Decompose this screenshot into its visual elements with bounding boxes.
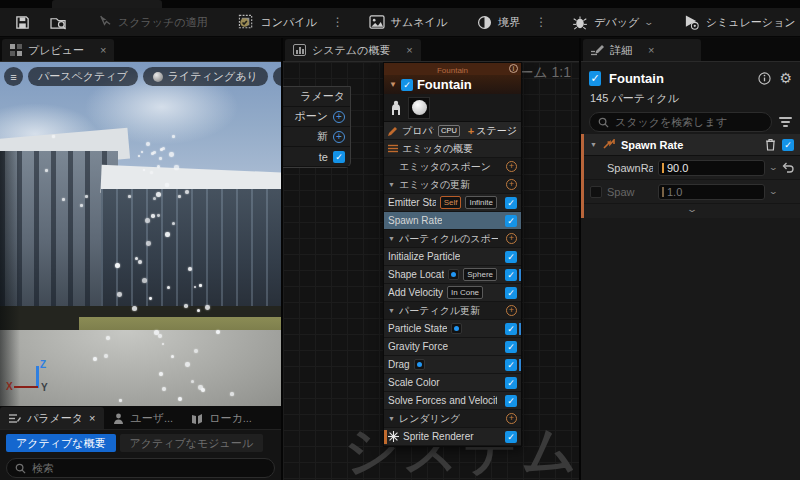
module-enabled-checkbox[interactable]: ✓ (505, 431, 517, 443)
scale-enabled-checkbox[interactable] (590, 186, 602, 198)
filter-icon[interactable] (779, 117, 792, 127)
system-node-row[interactable]: 新+ (283, 127, 350, 147)
chevron-down-icon[interactable]: ⌄ (769, 187, 779, 196)
add-module-icon[interactable]: + (506, 161, 517, 172)
scale-value-input[interactable]: 1.0 (658, 184, 765, 200)
save-button[interactable] (6, 10, 39, 34)
module-enabled-checkbox[interactable]: ✓ (505, 215, 517, 227)
lit-mode-button[interactable]: ライティングあり (143, 67, 268, 86)
thumbnail-button[interactable]: サムネイル (360, 10, 456, 34)
module-enabled-checkbox[interactable]: ✓ (505, 287, 517, 299)
details-enabled-checkbox[interactable]: ✓ (589, 71, 601, 86)
overview-graph[interactable]: ズーム 1:1 システム ラメータポーン+新+te✓ Fountain i ▼ … (283, 62, 579, 480)
module-row[interactable]: Spawn Rate✓ (384, 212, 521, 230)
emitter-node-title-row[interactable]: ▼ ✓ Fountain (384, 75, 521, 94)
stack-properties-row[interactable]: プロパティCPU+ステージ (384, 122, 521, 140)
active-overview-button[interactable]: アクティブな概要 (6, 434, 116, 452)
fountain-emitter-node[interactable]: Fountain i ▼ ✓ Fountain プロパティCPU+ステージエミッ… (383, 62, 522, 447)
tab-user[interactable]: ユーザ... (104, 407, 182, 429)
collapse-triangle-icon[interactable]: ▼ (388, 307, 395, 314)
window-tab[interactable] (52, 0, 162, 8)
section-expander[interactable]: ⌄ (519, 204, 800, 218)
particle-dot (104, 354, 108, 358)
tab-local[interactable]: ローカ... (182, 407, 261, 429)
module-enabled-checkbox[interactable]: ✓ (505, 341, 517, 353)
spawn-rate-enabled-checkbox[interactable]: ✓ (782, 139, 794, 151)
module-row[interactable]: Emitter StateSelfInfinite✓ (384, 194, 521, 212)
add-module-icon[interactable]: + (506, 233, 517, 244)
apply-scratch-button[interactable]: スクラッチの適用 (88, 10, 217, 34)
active-modules-button[interactable]: アクティブなモジュール (120, 434, 264, 452)
system-node-row[interactable]: te✓ (283, 147, 350, 167)
info-icon[interactable] (758, 72, 771, 85)
emitter-enabled-checkbox[interactable]: ✓ (401, 79, 413, 91)
system-node[interactable]: ラメータポーン+新+te✓ (283, 86, 351, 168)
input-caret (662, 163, 664, 173)
compile-button[interactable]: コンパイル (229, 10, 326, 34)
close-icon[interactable]: × (100, 44, 106, 56)
add-module-icon[interactable]: + (506, 305, 517, 316)
module-enabled-checkbox[interactable]: ✓ (505, 269, 517, 281)
system-node-row[interactable]: ラメータ (283, 87, 350, 107)
stack-group-row[interactable]: エミッタのスポーン+ (384, 158, 521, 176)
module-row[interactable]: Solve Forces and Velocity✓ (384, 392, 521, 410)
preview-viewport[interactable]: ≡ パースペクティブ ライティングあり 表示 Z Y X (0, 62, 281, 406)
collapse-triangle-icon[interactable]: ▼ (389, 80, 397, 89)
trash-icon[interactable] (765, 138, 776, 151)
module-enabled-checkbox[interactable]: ✓ (505, 323, 517, 335)
bounds-options-button[interactable]: ⋮ (531, 15, 551, 29)
module-row[interactable]: Add VelocityIn Cone✓ (384, 284, 521, 302)
perspective-button[interactable]: パースペクティブ (28, 67, 138, 86)
spawn-rate-header[interactable]: ▼ Spawn Rate ✓ (584, 134, 800, 156)
add-module-icon[interactable]: + (506, 179, 517, 190)
reset-icon[interactable] (782, 162, 794, 173)
stack-group-row[interactable]: ▼エミッタの更新+ (384, 176, 521, 194)
bounds-button[interactable]: 境界 (468, 10, 529, 34)
browse-asset-button[interactable] (41, 10, 76, 34)
simulation-button[interactable]: シミュレーション ⌄ (674, 10, 800, 34)
collapse-triangle-icon[interactable]: ▼ (388, 181, 395, 188)
renderer-row[interactable]: Sprite Renderer✓ (384, 428, 521, 446)
stack-search-input[interactable]: スタックを検索します (589, 112, 772, 132)
module-row[interactable]: Gravity Force✓ (384, 338, 521, 356)
close-icon[interactable]: × (406, 44, 412, 56)
show-button[interactable]: 表示 (273, 67, 281, 86)
checkbox[interactable]: ✓ (333, 151, 345, 163)
stack-group-row[interactable]: ▼パーティクル更新+ (384, 302, 521, 320)
debug-button[interactable]: デバッグ ⌄ (563, 10, 662, 34)
parameters-search-input[interactable]: 検索 (6, 458, 275, 478)
spawnrate-value-input[interactable]: 90.0 (658, 160, 765, 176)
module-enabled-checkbox[interactable]: ✓ (505, 359, 517, 371)
tab-parameters[interactable]: パラメータ × (0, 407, 104, 429)
system-node-row[interactable]: ポーン+ (283, 107, 350, 127)
module-row[interactable]: Initialize Particle✓ (384, 248, 521, 266)
close-icon[interactable]: × (89, 412, 95, 424)
module-enabled-checkbox[interactable]: ✓ (505, 197, 517, 209)
module-enabled-checkbox[interactable]: ✓ (505, 395, 517, 407)
add-stage-button[interactable]: +ステージ (468, 124, 517, 138)
module-enabled-checkbox[interactable]: ✓ (505, 251, 517, 263)
module-row[interactable]: Drag✓ (384, 356, 521, 374)
compile-options-button[interactable]: ⋮ (328, 15, 348, 29)
collapse-triangle-icon[interactable]: ▼ (388, 235, 395, 242)
collapse-triangle-icon[interactable]: ▼ (590, 141, 597, 148)
close-icon[interactable]: × (648, 44, 654, 56)
stack-group-row[interactable]: ▼レンダリング+ (384, 410, 521, 428)
add-module-icon[interactable]: + (506, 413, 517, 424)
emitter-summary-row[interactable]: エミッタの概要 (384, 140, 521, 158)
gear-icon[interactable]: ⚙ (779, 70, 792, 86)
plus-circle-icon[interactable]: + (333, 131, 345, 143)
viewport-menu-button[interactable]: ≡ (4, 67, 23, 86)
collapse-triangle-icon[interactable]: ▼ (388, 415, 395, 422)
module-row[interactable]: Shape LocationSphere✓ (384, 266, 521, 284)
tab-details[interactable]: 詳細 × (583, 39, 701, 61)
tab-preview[interactable]: プレビュー × (2, 39, 114, 61)
material-thumbnail[interactable] (408, 97, 430, 119)
module-enabled-checkbox[interactable]: ✓ (505, 377, 517, 389)
plus-circle-icon[interactable]: + (333, 111, 345, 123)
stack-group-row[interactable]: ▼パーティクルのスポーン+ (384, 230, 521, 248)
tab-system-overview[interactable]: システムの概要 × (285, 39, 421, 61)
module-row[interactable]: Scale Color✓ (384, 374, 521, 392)
module-row[interactable]: Particle State✓ (384, 320, 521, 338)
chevron-down-icon[interactable]: ⌄ (769, 163, 779, 172)
